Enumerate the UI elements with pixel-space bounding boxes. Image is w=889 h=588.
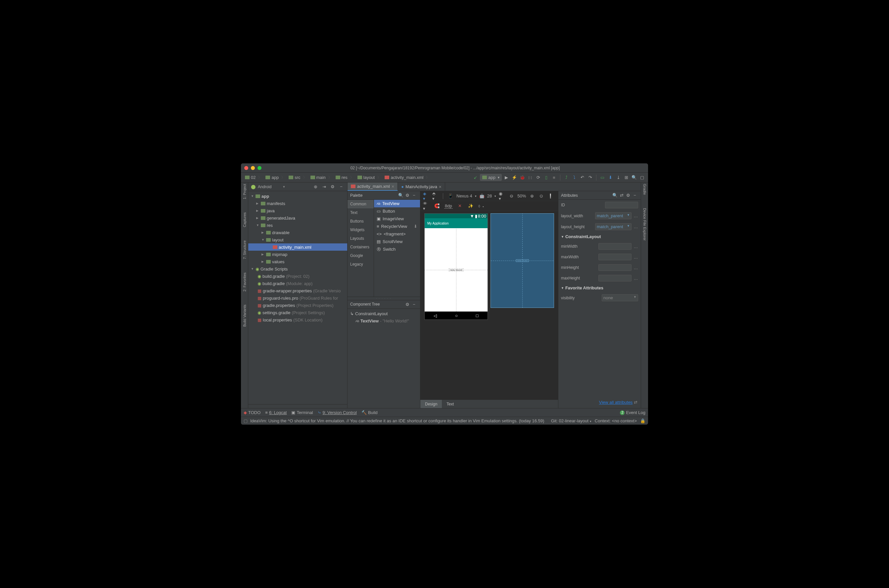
palette-cat-text[interactable]: Text bbox=[347, 208, 374, 217]
profile-button[interactable]: ⫿⫿ bbox=[527, 174, 534, 181]
logcat-tool[interactable]: ≡6: Logcat bbox=[265, 410, 287, 415]
attr-section-constraintlayout[interactable]: ▼ConstraintLayout bbox=[558, 232, 641, 241]
more-button[interactable]: … bbox=[633, 244, 638, 249]
run-button[interactable]: ▶ bbox=[503, 174, 510, 181]
settings-icon[interactable]: ⚙ bbox=[329, 183, 336, 190]
terminal-tool[interactable]: ▣Terminal bbox=[291, 410, 313, 415]
component-tree[interactable]: ↳ConstraintLayout AbTextView- "Hello Wor… bbox=[347, 309, 420, 408]
dropdown-icon[interactable]: ▼ bbox=[283, 185, 286, 189]
device-select[interactable]: Nexus 4 bbox=[456, 194, 472, 198]
download-icon[interactable]: ⬇ bbox=[414, 224, 417, 229]
zoom-in-button[interactable]: ⊕ bbox=[529, 193, 535, 200]
make-button[interactable]: ↙ bbox=[472, 174, 478, 181]
view-mode-button[interactable]: ◈ ▾ bbox=[423, 193, 430, 200]
more-button[interactable]: … bbox=[633, 224, 638, 229]
device-icon[interactable]: 📱 bbox=[447, 193, 454, 200]
hide-button[interactable]: − bbox=[338, 183, 344, 190]
component-constraint-layout[interactable]: ↳ConstraintLayout bbox=[347, 310, 420, 318]
tree-node-manifests[interactable]: ▶manifests bbox=[248, 200, 347, 207]
blueprint-textview[interactable]: Hello World! bbox=[516, 259, 529, 262]
split-handle[interactable]: · · · · · · bbox=[347, 297, 420, 300]
attr-section-favorites[interactable]: ▼Favorite Attributes bbox=[558, 284, 641, 292]
close-window[interactable] bbox=[244, 166, 248, 170]
device-preview[interactable]: ▼▮8:00 My Application Hello World! ◁ ○ □ bbox=[425, 214, 487, 320]
view-options-button[interactable]: 👁 ▾ bbox=[423, 203, 430, 209]
tree-node-layout[interactable]: ▼layout bbox=[248, 236, 347, 243]
api-select[interactable]: 28 bbox=[487, 194, 492, 198]
orientation-button[interactable]: ⬘ ▾ bbox=[432, 193, 439, 200]
settings-icon[interactable]: ⚙ bbox=[404, 192, 411, 199]
breadcrumb[interactable]: layout bbox=[356, 174, 382, 181]
text-tab[interactable]: Text bbox=[442, 400, 459, 408]
tree-node-build-gradle-project[interactable]: ◉build.gradle (Project: 02) bbox=[248, 273, 347, 280]
vcs-history-button[interactable]: ↶ bbox=[579, 174, 585, 181]
visibility-select[interactable]: none ▼ bbox=[602, 294, 638, 301]
tree-node-gradle-wrapper[interactable]: ▦gradle-wrapper.properties (Gradle Versi… bbox=[248, 287, 347, 294]
view-all-link[interactable]: View all attributes bbox=[599, 400, 633, 405]
search-icon[interactable]: 🔍 bbox=[612, 192, 618, 199]
settings-icon[interactable]: ⚙ bbox=[625, 192, 632, 199]
captures-tool[interactable]: Captures bbox=[242, 212, 247, 227]
build-variants-tool[interactable]: Build Variants bbox=[242, 304, 247, 327]
vcs-update-button[interactable]: ⤵ bbox=[571, 174, 578, 181]
tree-node-local-props[interactable]: ▦local.properties (SDK Location) bbox=[248, 316, 347, 323]
tree-node-values[interactable]: ▶values bbox=[248, 258, 347, 265]
tree-node-settings-gradle[interactable]: ◉settings.gradle (Project Settings) bbox=[248, 309, 347, 316]
zoom-out-button[interactable]: ⊖ bbox=[508, 193, 514, 200]
warnings-button[interactable]: ❕ bbox=[547, 193, 554, 200]
phone-body[interactable]: Hello World! bbox=[425, 228, 487, 312]
attach-button[interactable]: ▯ bbox=[543, 174, 549, 181]
breadcrumb[interactable]: src bbox=[287, 174, 307, 181]
tab-main-activity[interactable]: ●MainActivity.java× bbox=[398, 183, 445, 191]
context-label[interactable]: Context: <no context> bbox=[595, 418, 637, 423]
layout-width-select[interactable]: match_parent ▼ bbox=[595, 212, 632, 219]
tree-node-app[interactable]: ▼app bbox=[248, 192, 347, 200]
palette-item-switch[interactable]: ⦿Switch bbox=[374, 245, 420, 253]
tree-node-build-gradle-module[interactable]: ◉build.gradle (Module: app) bbox=[248, 280, 347, 287]
sdk-button[interactable]: ⬇ bbox=[607, 174, 614, 181]
user-button[interactable]: ▢ bbox=[639, 174, 645, 181]
search-button[interactable]: 🔍 bbox=[631, 174, 638, 181]
vcs-button[interactable]: ⤴ bbox=[563, 174, 570, 181]
palette-item-textview[interactable]: AbTextView bbox=[374, 200, 420, 207]
id-input[interactable] bbox=[605, 202, 638, 208]
debug-button[interactable]: 🐞 bbox=[519, 174, 526, 181]
more-button[interactable]: … bbox=[633, 265, 638, 270]
tree-node-drawable[interactable]: ▶drawable bbox=[248, 229, 347, 236]
more-button[interactable]: … bbox=[633, 276, 638, 281]
minheight-input[interactable] bbox=[599, 264, 632, 271]
structure-button[interactable]: ⊞ bbox=[623, 174, 630, 181]
palette-cat-containers[interactable]: Containers bbox=[347, 243, 374, 251]
palette-cat-legacy[interactable]: Legacy bbox=[347, 260, 374, 268]
more-button[interactable]: … bbox=[633, 255, 638, 260]
hide-button[interactable]: − bbox=[632, 192, 638, 199]
maximize-window[interactable] bbox=[257, 166, 262, 170]
hello-textview[interactable]: Hello World! bbox=[449, 268, 463, 272]
structure-tool[interactable]: 7: Structure bbox=[242, 240, 247, 259]
hide-button[interactable]: − bbox=[411, 192, 417, 199]
default-margin[interactable]: 8dp bbox=[444, 203, 453, 208]
tree-node-generated-java[interactable]: ▶generatedJava bbox=[248, 214, 347, 222]
layout-height-select[interactable]: match_parent ▼ bbox=[595, 223, 632, 230]
align-button[interactable]: ⎀ ▾ bbox=[478, 203, 484, 209]
palette-item-imageview[interactable]: ▣ImageView bbox=[374, 215, 420, 223]
coverage-button[interactable]: ⟳ bbox=[535, 174, 542, 181]
infer-constraints-button[interactable]: ✨ bbox=[467, 203, 474, 209]
hide-button[interactable]: − bbox=[411, 301, 417, 308]
settings-icon[interactable]: ⚙ bbox=[404, 301, 411, 308]
sync-button[interactable]: ⤓ bbox=[615, 174, 621, 181]
theme-button[interactable]: ◉ ▾ bbox=[499, 193, 505, 200]
tree-node-res[interactable]: ▼res bbox=[248, 222, 347, 229]
close-icon[interactable]: × bbox=[439, 184, 442, 189]
design-canvas[interactable]: ▼▮8:00 My Application Hello World! ◁ ○ □ bbox=[420, 211, 558, 399]
palette-cat-buttons[interactable]: Buttons bbox=[347, 217, 374, 225]
favorites-tool[interactable]: 2: Favorites bbox=[242, 273, 247, 291]
close-icon[interactable]: × bbox=[391, 184, 394, 189]
run-config-select[interactable]: app▼ bbox=[480, 174, 502, 181]
swap-icon[interactable]: ⇄ bbox=[618, 192, 625, 199]
apply-changes-button[interactable]: ⚡ bbox=[511, 174, 517, 181]
palette-cat-layouts[interactable]: Layouts bbox=[347, 234, 374, 243]
design-tab[interactable]: Design bbox=[420, 400, 442, 408]
git-branch[interactable]: Git: 02-linear-layout ▾ bbox=[551, 418, 591, 423]
project-scrollbar[interactable] bbox=[248, 404, 347, 408]
